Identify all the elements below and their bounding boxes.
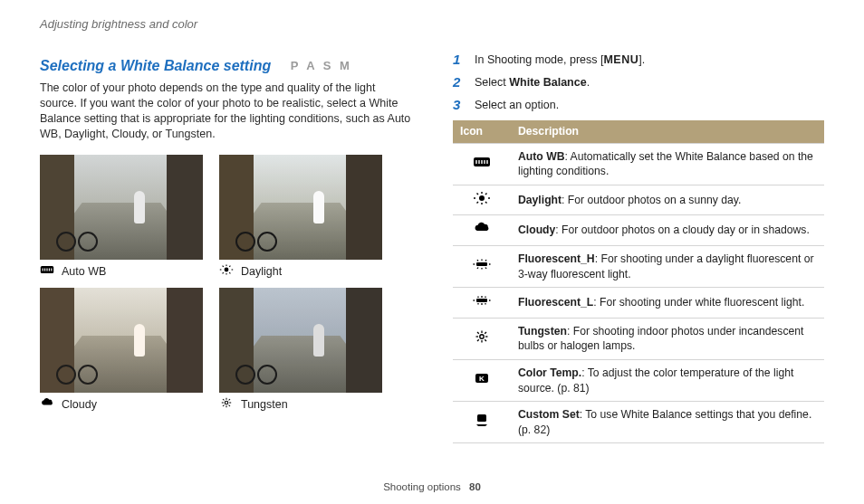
step-number: 2: [453, 75, 466, 90]
menu-button-label: MENU: [603, 53, 638, 66]
wb-option-text: : For outdoor photos on a sunny day.: [562, 194, 741, 206]
wb-option-name: Auto WB: [518, 150, 564, 163]
caption-text: Daylight: [241, 264, 282, 280]
section-title: Selecting a White Balance setting: [40, 58, 271, 73]
thumb-tungsten: Tungsten: [219, 288, 382, 414]
caption-auto: Auto WB: [40, 263, 203, 281]
awb-icon: [40, 263, 54, 281]
caption-tungsten: Tungsten: [219, 396, 382, 414]
table-row: Tungsten: For shooting indoor photos und…: [453, 318, 824, 359]
caption-cloudy: Cloudy: [40, 396, 203, 414]
page: Adjusting brightness and color Selecting…: [0, 0, 864, 443]
caption-daylight: Daylight: [219, 263, 382, 281]
colortemp-icon: [453, 359, 511, 401]
tungsten-icon: [219, 396, 234, 414]
wb-description: Custom Set: To use White Balance setting…: [511, 402, 824, 443]
wb-description: Color Temp.: To adjust the color tempera…: [511, 359, 824, 401]
intro-paragraph: The color of your photo depends on the t…: [40, 81, 411, 142]
caption-text: Tungsten: [241, 397, 288, 413]
table-row: Auto WB: Automatically set the White Bal…: [453, 143, 824, 185]
right-column: 1 In Shooting mode, press [MENU]. 2 Sele…: [453, 16, 824, 443]
wb-gallery: Auto WB Daylight Cloud: [40, 155, 411, 414]
table-row: Custom Set: To use White Balance setting…: [453, 402, 824, 443]
mode-badge: P A S M: [291, 58, 352, 74]
step-3-text: Select an option.: [475, 98, 559, 113]
wb-option-name: Fluorescent_H: [518, 252, 595, 265]
wb-option-name: Tungsten: [518, 325, 567, 338]
step-1: 1 In Shooting mode, press [MENU].: [453, 52, 824, 68]
wb-option-text: : For outdoor photos on a cloudy day or …: [555, 223, 809, 236]
fluo_h-icon: [453, 245, 511, 287]
step-2-pre: Select: [475, 76, 509, 89]
running-head: Adjusting brightness and color: [40, 16, 411, 33]
wb-option-name: Daylight: [518, 194, 562, 206]
step-2: 2 Select White Balance.: [453, 75, 824, 90]
wb-description: Cloudy: For outdoor photos on a cloudy d…: [511, 215, 824, 246]
wb-option-name: Color Temp.: [518, 366, 581, 379]
th-description: Description: [511, 120, 824, 143]
footer-page-number: 80: [469, 481, 481, 492]
step-2-text: Select White Balance.: [475, 75, 590, 90]
tungsten-icon: [453, 318, 511, 359]
wb-description: Daylight: For outdoor photos on a sunny …: [511, 185, 824, 215]
cloudy-icon: [453, 215, 511, 246]
wb-option-name: Fluorescent_L: [518, 296, 593, 309]
caption-text: Auto WB: [62, 264, 106, 280]
table-row: Fluorescent_L: For shooting under white …: [453, 288, 824, 319]
footer-label: Shooting options: [383, 481, 461, 492]
daylight-icon: [453, 185, 511, 215]
cloudy-icon: [40, 396, 54, 414]
step-3: 3 Select an option.: [453, 98, 824, 113]
custom-icon: [453, 402, 511, 443]
thumb-cloudy: Cloudy: [40, 288, 203, 414]
wb-option-name: Cloudy: [518, 223, 555, 236]
left-column: Adjusting brightness and color Selecting…: [40, 16, 411, 443]
step-2-post: .: [587, 76, 590, 89]
table-row: Cloudy: For outdoor photos on a cloudy d…: [453, 215, 824, 246]
wb-options-table: Icon Description Auto WB: Automatically …: [453, 120, 824, 443]
wb-option-name: Custom Set: [518, 408, 580, 421]
step-2-bold: White Balance: [509, 76, 586, 89]
thumb-image-cloudy: [40, 288, 203, 393]
table-row: Color Temp.: To adjust the color tempera…: [453, 359, 824, 401]
thumb-auto: Auto WB: [40, 155, 203, 281]
th-icon: Icon: [453, 120, 511, 143]
thumb-image-auto: [40, 155, 203, 260]
fluo_l-icon: [453, 288, 511, 319]
wb-option-text: : For shooting under white fluorescent l…: [593, 296, 804, 309]
step-number: 3: [453, 98, 466, 113]
steps-list: 1 In Shooting mode, press [MENU]. 2 Sele…: [453, 52, 824, 113]
caption-text: Cloudy: [62, 397, 97, 413]
step-1-text: In Shooting mode, press [MENU].: [475, 52, 645, 68]
page-footer: Shooting options 80: [0, 480, 864, 495]
thumb-image-tungsten: [219, 288, 382, 393]
thumb-image-daylight: [219, 155, 382, 260]
awb-icon: [453, 143, 511, 185]
daylight-icon: [219, 263, 234, 281]
section-heading-row: Selecting a White Balance setting P A S …: [40, 56, 411, 76]
wb-description: Tungsten: For shooting indoor photos und…: [511, 318, 824, 359]
thumb-daylight: Daylight: [219, 155, 382, 281]
wb-description: Fluorescent_H: For shooting under a dayl…: [511, 245, 824, 287]
wb-description: Fluorescent_L: For shooting under white …: [511, 288, 824, 319]
step-1-post: ].: [638, 53, 645, 66]
step-1-pre: In Shooting mode, press [: [475, 53, 603, 66]
step-number: 1: [453, 52, 466, 68]
table-row: Daylight: For outdoor photos on a sunny …: [453, 185, 824, 215]
wb-description: Auto WB: Automatically set the White Bal…: [511, 143, 824, 185]
table-row: Fluorescent_H: For shooting under a dayl…: [453, 245, 824, 287]
